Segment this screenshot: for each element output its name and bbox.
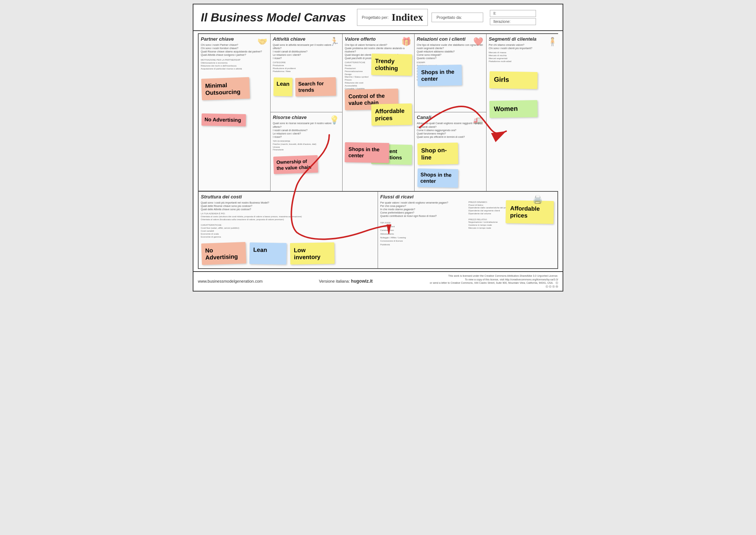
partner-chiave-cell: Partner chiave Chi sono i nostri Partner… bbox=[199, 34, 271, 191]
company-name: Inditex bbox=[392, 11, 423, 23]
business-model-canvas: Partner chiave Chi sono i nostri Partner… bbox=[198, 33, 558, 269]
bottom-section: Struttura dei costi Quali sono i costi p… bbox=[199, 192, 557, 268]
activities-stickies: Lean Search for trends bbox=[273, 76, 340, 98]
revenues-stickies: Affordable prices bbox=[505, 199, 554, 225]
sticky-no-advertising: No Advertising bbox=[202, 113, 246, 126]
channels-icon: 🚛 bbox=[473, 115, 483, 125]
il-section: Il: bbox=[490, 10, 536, 17]
sticky-affordable-prices-value: Affordable prices bbox=[371, 103, 412, 126]
canvas-wrapper: Partner chiave Chi sono i nostri Partner… bbox=[196, 33, 560, 269]
header-right: Il: Iterazione: bbox=[490, 10, 536, 25]
segments-stickies: Girls Women bbox=[489, 70, 558, 119]
resources-types: TIPI DI RISORSEFisiche (marchi, brevetti… bbox=[273, 140, 340, 151]
sticky-affordable-prices-revenue: Affordable prices bbox=[505, 200, 554, 224]
costi-cell: Struttura dei costi Quali sono i costi p… bbox=[199, 192, 378, 268]
partner-icon: 🤝 bbox=[257, 37, 267, 47]
iteration-section: Iterazione: bbox=[490, 18, 536, 25]
revenues-subtitle: Per quale valore i nostri clienti voglio… bbox=[380, 201, 467, 246]
sticky-shop-online: Shop on-line bbox=[417, 143, 458, 165]
sticky-trendy-clothing: Trendy clothing bbox=[371, 54, 412, 76]
designed-by-section: Progettato da: bbox=[432, 13, 483, 22]
resources-stickies: Ownership of the value chain bbox=[273, 154, 340, 175]
sticky-girls: Girls bbox=[489, 71, 538, 89]
channels-stickies: Shop on-line Shops in the center bbox=[417, 142, 484, 189]
revenues-title: Flussi di ricavi bbox=[380, 194, 555, 200]
designed-by-label: Progettato da: bbox=[436, 15, 462, 20]
costs-stickies: No Advertising Lean Low inventory bbox=[201, 241, 375, 266]
sticky-shops-relations: Shops in the center bbox=[417, 65, 462, 86]
attivita-cell: Attività chiave Quali sono le attività n… bbox=[271, 34, 342, 112]
sticky-minimal-outsourcing: Minimal Outsourcing bbox=[201, 77, 250, 100]
partner-motivation: MOTIVAZIONE PER LA PARTNERSHIPOttimizzaz… bbox=[201, 59, 268, 70]
il-label: Il: bbox=[493, 11, 496, 16]
italian-site: hugowiz.it bbox=[351, 279, 373, 284]
canali-cell: Canali Attraverso quali Canali vogliono … bbox=[415, 112, 486, 191]
resources-icon: 💡 bbox=[329, 115, 339, 125]
designed-for-section: Progettato per: Inditex bbox=[357, 9, 428, 26]
sticky-low-inventory: Low inventory bbox=[290, 242, 334, 265]
valore-cell: Valore offerto Che tipo di valore fornia… bbox=[343, 34, 415, 191]
segmenti-cell: Segmenti di clientela Per chi stiamo cre… bbox=[487, 34, 560, 191]
page: Il Business Model Canvas Progettato per:… bbox=[193, 4, 563, 292]
activities-categories: CATEGORIEProduzioneRisoluzione di proble… bbox=[273, 61, 340, 73]
costs-subtitle: Quali sono i costi più importanti nel no… bbox=[201, 201, 375, 211]
partner-stickies: Minimal Outsourcing No Advertising bbox=[201, 76, 268, 127]
sticky-women: Women bbox=[489, 100, 538, 118]
footer-license: This work is licensed under the Creative… bbox=[429, 274, 558, 289]
header: Il Business Model Canvas Progettato per:… bbox=[193, 4, 563, 31]
costs-title: Struttura dei costi bbox=[201, 194, 375, 200]
sticky-shops-channels: Shops in the center bbox=[417, 168, 458, 188]
iteration-label: Iterazione: bbox=[493, 20, 511, 24]
relations-channels-col: Relazioni con i clienti Che tipo di rela… bbox=[415, 34, 487, 191]
activities-resources-col: Attività chiave Quali sono le attività n… bbox=[271, 34, 343, 191]
costs-types: LA TUA AZIENDA È PIÙ:Orientata al costo … bbox=[201, 212, 375, 238]
relations-stickies: Shops in the center bbox=[417, 64, 463, 87]
relations-icon: ❤️ bbox=[473, 37, 483, 47]
sticky-ownership-value: Ownership of the value chain bbox=[273, 155, 318, 174]
relazioni-cell: Relazioni con i clienti Che tipo di rela… bbox=[415, 34, 486, 112]
top-section: Partner chiave Chi sono i nostri Partner… bbox=[199, 34, 557, 192]
ricavi-cell: Flussi di ricavi Per quale valore i nost… bbox=[378, 192, 557, 268]
value-icon: 🎁 bbox=[401, 37, 411, 47]
footer-website: www.businessmodelgeneration.com bbox=[198, 279, 262, 283]
revenues-icon: 🖨️ bbox=[533, 195, 543, 204]
sticky-no-advertising-bottom: No Advertising bbox=[201, 242, 246, 265]
sticky-shops-resources: Shops in the center bbox=[345, 142, 389, 163]
activities-icon: 🏃 bbox=[329, 37, 339, 47]
sticky-lean-bottom: Lean bbox=[249, 242, 286, 265]
page-title: Il Business Model Canvas bbox=[201, 11, 346, 24]
footer-version: Versione italiana: hugowiz.it bbox=[319, 279, 373, 284]
segments-types: Mercato di massaMercato di nicchiaMercat… bbox=[489, 51, 558, 63]
designed-for-label: Progettato per: bbox=[362, 15, 389, 20]
sticky-lean-activities: Lean bbox=[274, 77, 293, 96]
sticky-search-trends: Search for trends bbox=[295, 77, 336, 96]
segments-icon: 🧍 bbox=[547, 37, 557, 47]
risorse-cell: Risorse chiave Quali sono le risorse nec… bbox=[271, 112, 342, 191]
footer: www.businessmodelgeneration.com Versione… bbox=[193, 271, 563, 291]
